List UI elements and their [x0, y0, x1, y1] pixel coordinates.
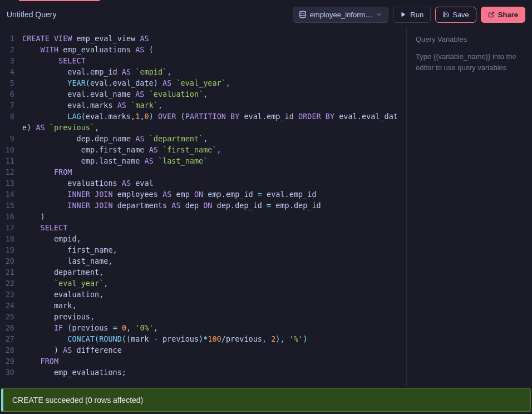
- run-button[interactable]: Run: [393, 7, 431, 23]
- sidebar-title: Query Variables: [416, 35, 523, 43]
- line-gutter: 1234567891011121314151617181920212223242…: [0, 27, 18, 386]
- save-icon: [442, 11, 449, 18]
- database-selector[interactable]: employee_inform…: [293, 7, 389, 23]
- chevron-down-icon: [376, 11, 382, 18]
- header: Untitled Query employee_inform… Run Save: [0, 2, 532, 27]
- status-message: CREATE succeeded (0 rows affected): [12, 396, 143, 405]
- share-label: Share: [498, 11, 518, 19]
- main-area: 1234567891011121314151617181920212223242…: [0, 27, 532, 386]
- sql-editor[interactable]: 1234567891011121314151617181920212223242…: [0, 27, 407, 386]
- share-button[interactable]: Share: [481, 7, 525, 23]
- svg-line-2: [491, 12, 494, 16]
- sidebar-help: Type {{variable_name}} into the editor t…: [416, 51, 523, 73]
- query-title[interactable]: Untitled Query: [7, 10, 56, 19]
- code-area[interactable]: CREATE VIEW emp_eval_view AS WITH emp_ev…: [18, 27, 406, 386]
- share-icon: [488, 11, 495, 18]
- active-tab-indicator: [0, 0, 532, 2]
- save-button[interactable]: Save: [435, 7, 476, 23]
- play-icon: [400, 11, 407, 18]
- run-label: Run: [410, 11, 423, 19]
- database-label: employee_inform…: [310, 11, 373, 19]
- save-label: Save: [452, 11, 469, 19]
- svg-marker-1: [402, 12, 406, 17]
- status-bar: CREATE succeeded (0 rows affected): [1, 388, 531, 412]
- variables-sidebar: Query Variables Type {{variable_name}} i…: [407, 27, 532, 386]
- header-actions: employee_inform… Run Save Share: [293, 7, 525, 23]
- svg-point-0: [299, 11, 306, 13]
- database-icon: [299, 11, 307, 18]
